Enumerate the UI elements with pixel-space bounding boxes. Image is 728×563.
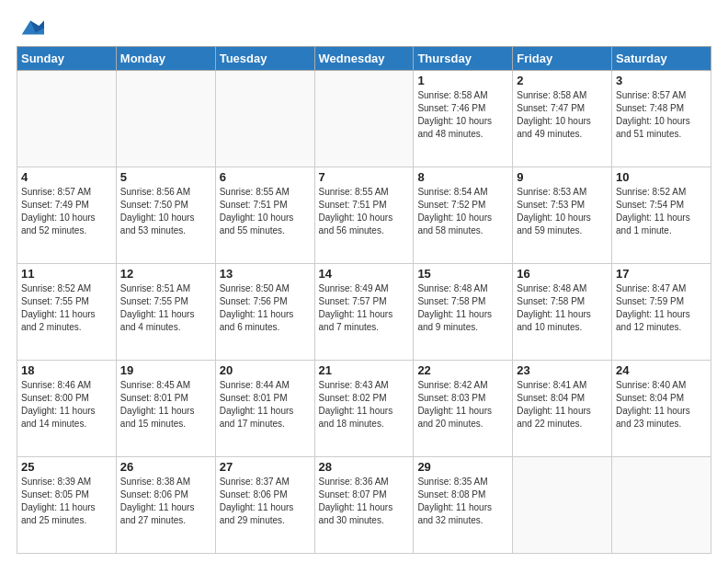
logo-text: [17, 15, 44, 40]
day-number: 10: [616, 170, 707, 184]
day-number: 11: [21, 267, 112, 281]
calendar-week-4: 25Sunrise: 8:39 AM Sunset: 8:05 PM Dayli…: [17, 457, 711, 554]
calendar-cell: 2Sunrise: 8:58 AM Sunset: 7:47 PM Daylig…: [513, 71, 612, 167]
day-info: Sunrise: 8:35 AM Sunset: 8:08 PM Dayligh…: [417, 476, 508, 527]
day-number: 27: [220, 460, 311, 474]
calendar-cell: 7Sunrise: 8:55 AM Sunset: 7:51 PM Daylig…: [314, 167, 414, 264]
day-number: 2: [517, 74, 608, 87]
day-number: 21: [319, 363, 410, 377]
day-number: 3: [616, 74, 707, 87]
calendar-week-3: 18Sunrise: 8:46 AM Sunset: 8:00 PM Dayli…: [17, 361, 711, 457]
calendar-cell: [215, 71, 314, 167]
calendar-cell: 9Sunrise: 8:53 AM Sunset: 7:53 PM Daylig…: [513, 167, 612, 264]
calendar-cell: 24Sunrise: 8:40 AM Sunset: 8:04 PM Dayli…: [612, 361, 711, 457]
calendar-cell: 14Sunrise: 8:49 AM Sunset: 7:57 PM Dayli…: [314, 264, 414, 361]
logo-icon: [18, 15, 44, 40]
day-info: Sunrise: 8:57 AM Sunset: 7:49 PM Dayligh…: [21, 186, 112, 237]
calendar-cell: 19Sunrise: 8:45 AM Sunset: 8:01 PM Dayli…: [116, 361, 215, 457]
day-info: Sunrise: 8:40 AM Sunset: 8:04 PM Dayligh…: [616, 379, 707, 431]
day-info: Sunrise: 8:55 AM Sunset: 7:51 PM Dayligh…: [319, 186, 410, 237]
calendar-header-row: SundayMondayTuesdayWednesdayThursdayFrid…: [17, 47, 711, 71]
calendar-cell: 20Sunrise: 8:44 AM Sunset: 8:01 PM Dayli…: [215, 361, 314, 457]
day-info: Sunrise: 8:37 AM Sunset: 8:06 PM Dayligh…: [220, 476, 311, 527]
calendar-cell: [116, 71, 215, 167]
calendar-cell: 1Sunrise: 8:58 AM Sunset: 7:46 PM Daylig…: [414, 71, 513, 167]
calendar-cell: 6Sunrise: 8:55 AM Sunset: 7:51 PM Daylig…: [215, 167, 314, 264]
day-of-week-saturday: Saturday: [612, 47, 711, 71]
calendar-week-0: 1Sunrise: 8:58 AM Sunset: 7:46 PM Daylig…: [17, 71, 711, 167]
day-of-week-wednesday: Wednesday: [314, 47, 414, 71]
day-info: Sunrise: 8:54 AM Sunset: 7:52 PM Dayligh…: [417, 186, 508, 237]
day-info: Sunrise: 8:52 AM Sunset: 7:54 PM Dayligh…: [616, 186, 707, 237]
day-of-week-thursday: Thursday: [414, 47, 513, 71]
day-info: Sunrise: 8:49 AM Sunset: 7:57 PM Dayligh…: [319, 282, 410, 334]
day-info: Sunrise: 8:45 AM Sunset: 8:01 PM Dayligh…: [120, 379, 211, 431]
day-number: 28: [319, 460, 410, 474]
day-number: 18: [21, 363, 112, 377]
page: SundayMondayTuesdayWednesdayThursdayFrid…: [0, 0, 728, 563]
day-info: Sunrise: 8:57 AM Sunset: 7:48 PM Dayligh…: [616, 89, 707, 141]
day-info: Sunrise: 8:38 AM Sunset: 8:06 PM Dayligh…: [120, 476, 211, 527]
day-info: Sunrise: 8:56 AM Sunset: 7:50 PM Dayligh…: [120, 186, 211, 237]
calendar-cell: [17, 71, 117, 167]
day-number: 4: [21, 170, 112, 184]
calendar-cell: [314, 71, 414, 167]
day-info: Sunrise: 8:44 AM Sunset: 8:01 PM Dayligh…: [220, 379, 311, 431]
day-number: 24: [616, 363, 707, 377]
calendar-week-1: 4Sunrise: 8:57 AM Sunset: 7:49 PM Daylig…: [17, 167, 711, 264]
calendar-cell: 16Sunrise: 8:48 AM Sunset: 7:58 PM Dayli…: [513, 264, 612, 361]
day-number: 19: [120, 363, 211, 377]
day-info: Sunrise: 8:46 AM Sunset: 8:00 PM Dayligh…: [21, 379, 112, 431]
day-number: 6: [220, 170, 311, 184]
day-number: 16: [517, 267, 608, 281]
day-number: 8: [417, 170, 508, 184]
day-info: Sunrise: 8:42 AM Sunset: 8:03 PM Dayligh…: [417, 379, 508, 431]
day-number: 22: [417, 363, 508, 377]
header: [17, 15, 711, 39]
day-info: Sunrise: 8:48 AM Sunset: 7:58 PM Dayligh…: [417, 282, 508, 334]
day-info: Sunrise: 8:41 AM Sunset: 8:04 PM Dayligh…: [517, 379, 608, 431]
calendar-table: SundayMondayTuesdayWednesdayThursdayFrid…: [17, 46, 711, 554]
logo: [17, 15, 44, 39]
calendar-cell: 8Sunrise: 8:54 AM Sunset: 7:52 PM Daylig…: [414, 167, 513, 264]
day-number: 20: [220, 363, 311, 377]
day-number: 12: [120, 267, 211, 281]
day-info: Sunrise: 8:51 AM Sunset: 7:55 PM Dayligh…: [120, 282, 211, 334]
day-info: Sunrise: 8:43 AM Sunset: 8:02 PM Dayligh…: [319, 379, 410, 431]
calendar-cell: 29Sunrise: 8:35 AM Sunset: 8:08 PM Dayli…: [414, 457, 513, 554]
day-info: Sunrise: 8:36 AM Sunset: 8:07 PM Dayligh…: [319, 476, 410, 527]
day-number: 26: [120, 460, 211, 474]
calendar-cell: 10Sunrise: 8:52 AM Sunset: 7:54 PM Dayli…: [612, 167, 711, 264]
calendar-cell: [612, 457, 711, 554]
day-info: Sunrise: 8:58 AM Sunset: 7:46 PM Dayligh…: [417, 89, 508, 141]
day-number: 15: [417, 267, 508, 281]
calendar-cell: 22Sunrise: 8:42 AM Sunset: 8:03 PM Dayli…: [414, 361, 513, 457]
day-of-week-monday: Monday: [116, 47, 215, 71]
day-number: 25: [21, 460, 112, 474]
calendar-cell: 18Sunrise: 8:46 AM Sunset: 8:00 PM Dayli…: [17, 361, 117, 457]
day-info: Sunrise: 8:39 AM Sunset: 8:05 PM Dayligh…: [21, 476, 112, 527]
day-number: 29: [417, 460, 508, 474]
calendar-cell: 23Sunrise: 8:41 AM Sunset: 8:04 PM Dayli…: [513, 361, 612, 457]
calendar-cell: 25Sunrise: 8:39 AM Sunset: 8:05 PM Dayli…: [17, 457, 117, 554]
day-number: 7: [319, 170, 410, 184]
calendar-body: 1Sunrise: 8:58 AM Sunset: 7:46 PM Daylig…: [17, 71, 711, 554]
day-number: 13: [220, 267, 311, 281]
day-info: Sunrise: 8:53 AM Sunset: 7:53 PM Dayligh…: [517, 186, 608, 237]
day-of-week-tuesday: Tuesday: [215, 47, 314, 71]
day-info: Sunrise: 8:58 AM Sunset: 7:47 PM Dayligh…: [517, 89, 608, 141]
calendar-cell: 27Sunrise: 8:37 AM Sunset: 8:06 PM Dayli…: [215, 457, 314, 554]
day-number: 23: [517, 363, 608, 377]
calendar-cell: 17Sunrise: 8:47 AM Sunset: 7:59 PM Dayli…: [612, 264, 711, 361]
calendar-cell: 26Sunrise: 8:38 AM Sunset: 8:06 PM Dayli…: [116, 457, 215, 554]
day-info: Sunrise: 8:52 AM Sunset: 7:55 PM Dayligh…: [21, 282, 112, 334]
day-number: 1: [417, 74, 508, 87]
calendar-cell: 15Sunrise: 8:48 AM Sunset: 7:58 PM Dayli…: [414, 264, 513, 361]
day-number: 9: [517, 170, 608, 184]
day-of-week-sunday: Sunday: [17, 47, 117, 71]
calendar-cell: 11Sunrise: 8:52 AM Sunset: 7:55 PM Dayli…: [17, 264, 117, 361]
day-info: Sunrise: 8:47 AM Sunset: 7:59 PM Dayligh…: [616, 282, 707, 334]
calendar-cell: [513, 457, 612, 554]
calendar-cell: 3Sunrise: 8:57 AM Sunset: 7:48 PM Daylig…: [612, 71, 711, 167]
day-number: 14: [319, 267, 410, 281]
